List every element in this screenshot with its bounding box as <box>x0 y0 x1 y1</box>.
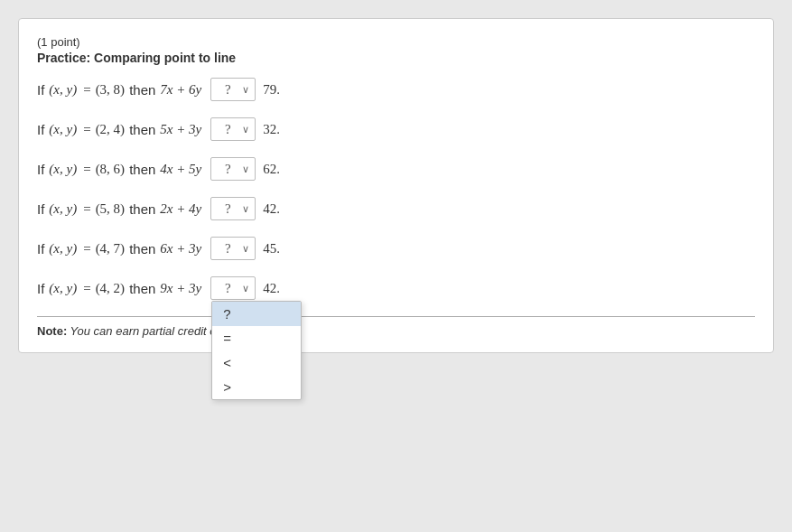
answer-val-5: 45. <box>263 241 280 257</box>
equals-sign-2: = <box>83 122 90 137</box>
dropdown-option-less-6[interactable]: < <box>212 350 301 375</box>
answer-val-4: 42. <box>263 201 280 217</box>
dropdown-current-3: ? <box>217 162 238 177</box>
practice-title: Practice: Comparing point to line <box>37 51 755 65</box>
dropdown-current-6: ? <box>217 281 238 296</box>
chevron-down-icon-6: ∨ <box>242 283 249 294</box>
then-label-4: then <box>129 201 155 217</box>
expr-3: 4x + 5y <box>160 162 201 177</box>
chevron-down-icon-2: ∨ <box>242 124 249 135</box>
dropdown-current-4: ? <box>217 201 238 217</box>
dropdown-popup-6: ? = < > <box>211 301 302 400</box>
then-label-1: then <box>129 82 155 98</box>
answer-val-3: 62. <box>263 162 280 177</box>
answer-val-1: 79. <box>263 82 280 98</box>
expr-4: 2x + 4y <box>160 201 201 217</box>
if-label-5: If <box>37 241 44 257</box>
then-label-2: then <box>129 122 155 137</box>
comparison-dropdown-5[interactable]: ? ∨ ? = < > <box>210 237 256 260</box>
xy-var-4: (x, y) <box>49 201 77 217</box>
point-val-5: (4, 7) <box>96 241 126 257</box>
dropdown-current-2: ? <box>217 122 238 137</box>
equals-sign-5: = <box>83 241 90 257</box>
main-card: (1 point) Practice: Comparing point to l… <box>18 18 774 353</box>
expr-2: 5x + 3y <box>160 122 201 137</box>
problems-container: If (x, y) = (3, 8) then 7x + 6y ? ∨ ? = … <box>37 78 755 300</box>
problem-row-2: If (x, y) = (2, 4) then 5x + 3y ? ∨ ? = … <box>37 117 755 141</box>
dropdown-current-5: ? <box>217 241 238 257</box>
dropdown-option-equals-6[interactable]: = <box>212 326 301 350</box>
expr-6: 9x + 3y <box>160 281 201 296</box>
answer-val-2: 32. <box>263 122 280 137</box>
answer-val-6: 42. <box>263 281 280 296</box>
expr-5: 6x + 3y <box>160 241 201 257</box>
comparison-dropdown-1[interactable]: ? ∨ ? = < > <box>210 78 256 101</box>
expr-1: 7x + 6y <box>160 82 201 98</box>
then-label-3: then <box>129 162 155 177</box>
if-label-6: If <box>37 281 44 296</box>
xy-var-3: (x, y) <box>49 162 77 177</box>
dropdown-option-question-6[interactable]: ? <box>212 302 301 326</box>
if-label-3: If <box>37 162 44 177</box>
comparison-dropdown-2[interactable]: ? ∨ ? = < > <box>210 117 256 141</box>
comparison-dropdown-3[interactable]: ? ∨ ? = < > <box>210 157 256 181</box>
point-val-6: (4, 2) <box>96 281 126 296</box>
equals-sign-3: = <box>83 162 90 177</box>
equals-sign-4: = <box>83 201 90 217</box>
chevron-down-icon-1: ∨ <box>242 84 249 96</box>
if-label-4: If <box>37 201 44 217</box>
point-val-2: (2, 4) <box>96 122 126 137</box>
dropdown-current-1: ? <box>217 82 238 98</box>
xy-var-2: (x, y) <box>49 122 77 137</box>
equals-sign-6: = <box>83 281 90 296</box>
xy-var-5: (x, y) <box>49 241 77 257</box>
note-section: Note: You can earn partial credit on thi… <box>37 316 755 338</box>
dropdown-option-greater-6[interactable]: > <box>212 375 301 399</box>
chevron-down-icon-5: ∨ <box>242 243 249 255</box>
comparison-dropdown-4[interactable]: ? ∨ ? = < > <box>210 197 256 220</box>
chevron-down-icon-4: ∨ <box>242 203 249 215</box>
then-label-5: then <box>129 241 155 257</box>
if-label-2: If <box>37 122 44 137</box>
problem-row-4: If (x, y) = (5, 8) then 2x + 4y ? ∨ ? = … <box>37 197 755 220</box>
xy-var-1: (x, y) <box>49 82 77 98</box>
xy-var-6: (x, y) <box>49 281 77 296</box>
problem-row-5: If (x, y) = (4, 7) then 6x + 3y ? ∨ ? = … <box>37 237 755 260</box>
point-val-1: (3, 8) <box>96 82 126 98</box>
problem-row-3: If (x, y) = (8, 6) then 4x + 5y ? ∨ ? = … <box>37 157 755 181</box>
problem-row-6: If (x, y) = (4, 2) then 9x + 3y ? ∨ ? = … <box>37 276 755 300</box>
point-label: (1 point) <box>37 35 755 49</box>
problem-row-1: If (x, y) = (3, 8) then 7x + 6y ? ∨ ? = … <box>37 78 755 101</box>
note-label: Note: <box>37 324 67 338</box>
equals-sign-1: = <box>83 82 90 98</box>
comparison-dropdown-6[interactable]: ? ∨ ? = < > <box>210 276 256 300</box>
then-label-6: then <box>129 281 155 296</box>
point-val-3: (8, 6) <box>96 162 126 177</box>
if-label-1: If <box>37 82 44 98</box>
chevron-down-icon-3: ∨ <box>242 163 249 175</box>
point-val-4: (5, 8) <box>96 201 126 217</box>
